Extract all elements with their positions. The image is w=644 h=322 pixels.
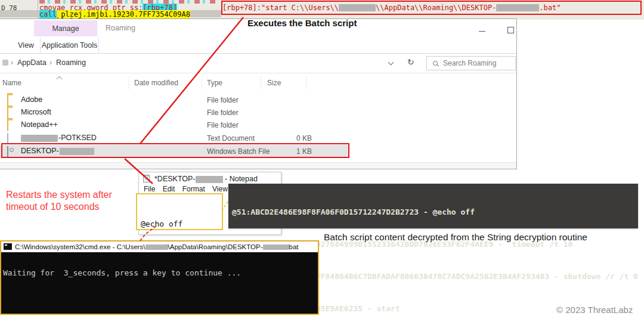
explorer-status-bar	[0, 162, 516, 169]
redacted-filename	[21, 135, 58, 142]
cmd-title: C:\Windows\system32\cmd.exe - C:\Users\\…	[15, 243, 299, 250]
notepad-menu-bar: File Edit Format View	[144, 185, 233, 193]
decrypted-strings-box: @51:ABCD2E486E98F8FA06F0D15712247D2B2723…	[228, 184, 638, 228]
address-dropdown-icon[interactable]	[388, 60, 394, 66]
redacted-hostname	[196, 176, 223, 183]
menu-format[interactable]: Format	[182, 185, 205, 193]
address-bar: › AppData › Roaming ↻	[0, 54, 516, 73]
redacted-hostname	[496, 4, 539, 11]
refresh-icon[interactable]: ↻	[407, 57, 414, 67]
executes-batch-label: Executes the Batch script	[247, 18, 357, 28]
folder-icon	[2, 60, 8, 66]
column-header-size[interactable]: Size	[267, 79, 281, 87]
menu-view[interactable]: View	[212, 185, 228, 193]
menu-file[interactable]: File	[144, 185, 155, 193]
ribbon-tab-row: View Application Tools	[0, 38, 516, 54]
tab-application-tools[interactable]: Application Tools	[40, 38, 99, 53]
column-header-name[interactable]: Name	[2, 79, 21, 87]
search-icon	[433, 61, 438, 66]
explorer-window-title: Roaming	[106, 24, 135, 32]
breadcrumb-chevron-icon: ›	[11, 58, 13, 67]
copyright-label: © 2023 ThreatLabz	[556, 305, 633, 315]
minimize-button[interactable]	[479, 31, 485, 32]
tab-view[interactable]: View	[18, 41, 34, 49]
column-header-date-modified[interactable]: Date modified	[134, 79, 178, 87]
breadcrumb-appdata[interactable]: AppData	[17, 58, 47, 67]
notepad-title: *DESKTOP- - Notepad	[154, 175, 258, 183]
column-header-type[interactable]: Type	[207, 79, 222, 87]
folder-icon	[7, 107, 8, 119]
screenshot-stage: D 78 400 cmovae rcx,qword ptr ss:[rbp+78…	[0, 0, 644, 322]
cmd-window: C:\Windows\system32\cmd.exe - C:\Users\\…	[0, 240, 319, 315]
sort-ascending-icon	[57, 76, 63, 82]
decrypted-content-label: Batch script content decrypted from the …	[324, 232, 587, 243]
maximize-button[interactable]	[507, 27, 514, 33]
folder-icon	[7, 120, 8, 131]
ribbon-manage-tab[interactable]: Manage	[34, 20, 97, 36]
breadcrumb-chevron-icon: ›	[49, 58, 52, 67]
file-row-potksed[interactable]: -POTKSED Text Document 0 KB	[0, 132, 358, 144]
search-input[interactable]	[442, 58, 504, 68]
search-box[interactable]	[426, 56, 516, 70]
file-row-notepad-plus-plus[interactable]: Notepad++ File folder	[0, 119, 358, 131]
debugger-pane: D 78 400 cmovae rcx,qword ptr ss:[rbp+78…	[0, 0, 644, 20]
cmd-icon	[4, 243, 12, 250]
notepad-icon	[143, 175, 150, 182]
restarts-annotation: Restarts the system after timeout of 10 …	[6, 189, 112, 213]
file-row-microsoft[interactable]: Microsoft File folder	[0, 106, 358, 119]
breadcrumb-roaming[interactable]: Roaming	[56, 58, 86, 67]
file-row-adobe[interactable]: Adobe File folder	[0, 94, 358, 106]
decrypted-line: @51:ABCD2E486E98F8FA06F0D15712247D2B2723…	[232, 207, 638, 218]
menu-edit[interactable]: Edit	[163, 185, 175, 193]
redacted-username	[339, 4, 376, 11]
cmd-title-bar[interactable]: C:\Windows\system32\cmd.exe - C:\Users\\…	[1, 242, 318, 252]
batch-script-content[interactable]: @echo off timeout /t 10 shutdown /r /t 0	[136, 193, 223, 230]
redacted-hostname	[263, 244, 289, 250]
batch-file-annotation-rect	[1, 143, 349, 158]
debugger-operand-tooltip: [rbp+78]:"start C:\\Users\\\\AppData\\Ro…	[221, 1, 642, 15]
redacted-username	[145, 244, 168, 250]
folder-icon	[7, 95, 8, 106]
console-output[interactable]: Waiting for 3_seconds, press a key to co…	[3, 268, 241, 277]
